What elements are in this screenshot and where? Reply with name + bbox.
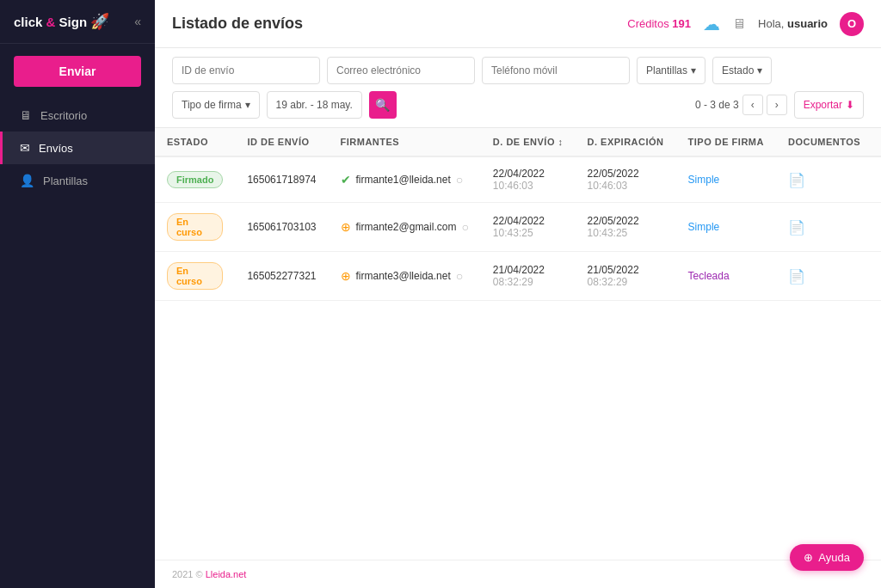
sidebar-nav: 🖥 Escritorio ✉ Envíos 👤 Plantillas (0, 99, 155, 197)
email-input[interactable] (327, 57, 475, 84)
credits-label: Créditos 191 (627, 17, 691, 30)
cell-tipo-firma: Tecleada (676, 252, 776, 301)
estado-select[interactable]: Estado ▾ (712, 57, 772, 84)
sidebar: click & Sign 🚀 « Enviar 🖥 Escritorio ✉ E… (0, 0, 155, 588)
id-envio-input[interactable] (172, 57, 320, 84)
header-right: Créditos 191 ☁ 🖥 Hola, usuario O (627, 12, 864, 36)
cell-firmantes: ⊕ firmante2@gmail.com ○ (329, 203, 481, 252)
sidebar-item-plantillas[interactable]: 👤 Plantillas (0, 164, 155, 197)
send-button[interactable]: Enviar (14, 56, 141, 87)
cell-acciones: ▶⬇ (872, 252, 881, 301)
collapse-button[interactable]: « (134, 15, 141, 28)
help-button[interactable]: ⊕ Ayuda (790, 544, 864, 571)
cell-d-envio: 21/04/2022 08:32:29 (481, 252, 576, 301)
page-title: Listado de envíos (172, 15, 303, 33)
col-d-envio: D. DE ENVÍO ↕ (481, 128, 576, 156)
sidebar-item-label-envios: Envíos (39, 142, 73, 155)
col-id: ID DE ENVÍO (235, 128, 328, 156)
cell-tipo-firma: Simple (676, 203, 776, 252)
tipo-firma-label: Simple (688, 174, 720, 186)
cell-documentos[interactable]: 📄 (776, 252, 872, 301)
cell-d-expiracion: 22/05/2022 10:43:25 (576, 203, 676, 252)
header: Listado de envíos Créditos 191 ☁ 🖥 Hola,… (155, 0, 881, 48)
date-range-picker[interactable]: 19 abr. - 18 may. (267, 91, 362, 119)
logo: click & Sign 🚀 (14, 12, 109, 31)
firmante-email: firmante3@lleida.net (356, 270, 451, 282)
sidebar-item-label-escritorio: Escritorio (40, 109, 87, 122)
col-estado: ESTADO (155, 128, 235, 156)
sidebar-item-envios[interactable]: ✉ Envíos (0, 132, 155, 164)
table-row: En curso 165061703103 ⊕ firmante2@gmail.… (155, 203, 881, 252)
cell-firmantes: ✔ firmante1@lleida.net ○ (329, 156, 481, 203)
cell-acciones (872, 156, 881, 203)
next-page-button[interactable]: › (767, 95, 787, 115)
table-row: Firmado 165061718974 ✔ firmante1@lleida.… (155, 156, 881, 203)
firmante-status-icon: ✔ (341, 173, 351, 187)
logo-click-text: click & Sign (14, 15, 87, 29)
search-button[interactable]: 🔍 (369, 91, 397, 119)
monitor-icon[interactable]: 🖥 (732, 16, 746, 32)
circle-icon: ○ (456, 269, 463, 283)
cell-estado: Firmado (155, 156, 235, 203)
search-icon: 🔍 (375, 98, 390, 112)
export-button[interactable]: Exportar ⬇ (794, 91, 864, 119)
phone-input[interactable] (482, 57, 630, 84)
circle-icon: ○ (461, 220, 468, 234)
pagination-info: 0 - 3 de 3 ‹ › (695, 95, 787, 115)
file-icon: 👤 (20, 174, 34, 187)
cell-d-expiracion: 21/05/2022 08:32:29 (576, 252, 676, 301)
status-badge: En curso (167, 213, 223, 241)
envelope-icon: ✉ (20, 141, 30, 155)
plantillas-select[interactable]: Plantillas ▾ (637, 57, 705, 84)
cell-d-expiracion: 22/05/2022 10:46:03 (576, 156, 676, 203)
user-avatar[interactable]: O (840, 12, 864, 36)
firmante-status-icon: ⊕ (341, 269, 351, 283)
firmante-email: firmante1@lleida.net (356, 174, 451, 186)
envios-table: ESTADO ID DE ENVÍO FIRMANTES D. DE ENVÍO… (155, 128, 881, 301)
document-icon[interactable]: 📄 (788, 220, 805, 235)
circle-icon: ○ (456, 173, 463, 187)
table-row: En curso 165052277321 ⊕ firmante3@lleida… (155, 252, 881, 301)
footer: 2021 © Lleida.net (155, 560, 881, 588)
cell-id-envio: 165061718974 (235, 156, 328, 203)
cell-d-envio: 22/04/2022 10:43:25 (481, 203, 576, 252)
chevron-down-icon: ▾ (245, 99, 250, 111)
document-icon[interactable]: 📄 (788, 173, 805, 187)
tipo-firma-label: Simple (688, 221, 720, 233)
cell-d-envio: 22/04/2022 10:46:03 (481, 156, 576, 203)
cell-id-envio: 165052277321 (235, 252, 328, 301)
footer-link[interactable]: Lleida.net (206, 569, 247, 579)
cell-firmantes: ⊕ firmante3@lleida.net ○ (329, 252, 481, 301)
firmante-status-icon: ⊕ (341, 220, 351, 234)
prev-page-button[interactable]: ‹ (742, 95, 763, 115)
tipo-firma-select[interactable]: Tipo de firma ▾ (172, 91, 260, 119)
document-icon[interactable]: 📄 (788, 269, 805, 284)
table-container: ESTADO ID DE ENVÍO FIRMANTES D. DE ENVÍO… (155, 128, 881, 560)
cell-tipo-firma: Simple (676, 156, 776, 203)
cell-documentos[interactable]: 📄 (776, 203, 872, 252)
rocket-icon: 🚀 (90, 12, 109, 31)
col-tipo-firma: TIPO DE FIRMA (676, 128, 776, 156)
cell-id-envio: 165061703103 (235, 203, 328, 252)
col-d-expiracion: D. EXPIRACIÓN (576, 128, 676, 156)
chevron-down-icon: ▾ (691, 64, 696, 77)
table-header-row: ESTADO ID DE ENVÍO FIRMANTES D. DE ENVÍO… (155, 128, 881, 156)
col-acciones: ACCIONES (872, 128, 881, 156)
sidebar-logo: click & Sign 🚀 « (0, 0, 155, 44)
cloud-icon[interactable]: ☁ (703, 14, 720, 34)
main-content: Listado de envíos Créditos 191 ☁ 🖥 Hola,… (155, 0, 881, 588)
export-icon: ⬇ (846, 99, 854, 111)
col-firmantes: FIRMANTES (329, 128, 481, 156)
cell-documentos[interactable]: 📄 (776, 156, 872, 203)
username-text: usuario (787, 17, 828, 30)
sidebar-item-escritorio[interactable]: 🖥 Escritorio (0, 99, 155, 132)
help-icon: ⊕ (804, 551, 813, 564)
hola-text: Hola, usuario (758, 17, 828, 30)
cell-estado: En curso (155, 203, 235, 252)
chevron-down-icon: ▾ (757, 64, 762, 77)
col-documentos: DOCUMENTOS (776, 128, 872, 156)
desktop-icon: 🖥 (20, 108, 32, 122)
cell-estado: En curso (155, 252, 235, 301)
sidebar-item-label-plantillas: Plantillas (43, 175, 88, 187)
toolbar: Plantillas ▾ Estado ▾ Tipo de firma ▾ 19… (155, 48, 881, 128)
